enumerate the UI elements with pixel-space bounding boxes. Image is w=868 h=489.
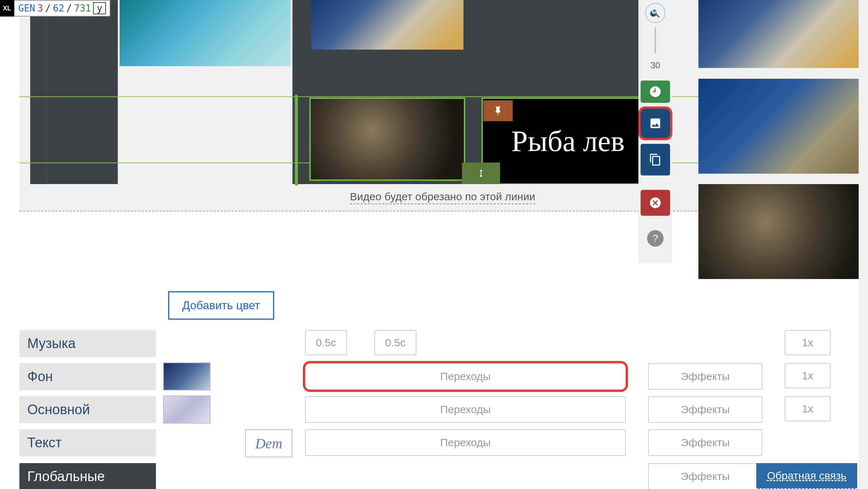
copy-button[interactable]: [641, 144, 670, 175]
thumb-dem-logo[interactable]: Dem: [245, 429, 292, 457]
add-color-button[interactable]: Добавить цвет: [168, 291, 274, 320]
image-icon: [649, 117, 662, 130]
track-edge-left: [30, 0, 47, 184]
effects-button-3[interactable]: Эффекты: [648, 429, 762, 456]
debug-count-c: 731: [74, 3, 91, 14]
delete-button[interactable]: [641, 190, 670, 216]
zoom-slider[interactable]: [655, 27, 656, 53]
speed-chip-3[interactable]: 1x: [785, 396, 831, 421]
track-slot-0[interactable]: [47, 0, 118, 184]
pin-icon: [493, 106, 503, 116]
gallery-thumb-3[interactable]: [698, 184, 866, 279]
debug-sep2: /: [66, 3, 72, 14]
speed-chip-2[interactable]: 1x: [785, 363, 831, 388]
debug-xl-chip: XL: [0, 0, 14, 17]
replace-image-button[interactable]: [641, 109, 670, 138]
thumb-butterfly-main[interactable]: [163, 396, 211, 424]
effects-button-2[interactable]: Эффекты: [648, 396, 762, 423]
time-chip-2[interactable]: 0.5с: [374, 330, 416, 355]
scrollbar[interactable]: [859, 0, 868, 489]
debug-badge: XL GEN 3 / 62 / 731 y: [0, 0, 110, 17]
tool-sidebar: 30 ?: [638, 0, 672, 263]
layer-row-music: Музыка: [19, 330, 857, 357]
debug-sep1: /: [45, 3, 51, 14]
debug-count-a: 3: [37, 3, 43, 14]
help-button[interactable]: ?: [647, 230, 664, 247]
layer-label-global[interactable]: Глобальные: [19, 463, 156, 489]
transitions-button-2[interactable]: Переходы: [305, 396, 626, 423]
layer-label-main[interactable]: Основной: [19, 396, 156, 423]
debug-gen-label: GEN: [18, 3, 35, 14]
duration-button[interactable]: [641, 81, 670, 103]
pin-badge[interactable]: [483, 100, 513, 121]
layer-label-text[interactable]: Текст: [19, 429, 156, 456]
clip-lionfish[interactable]: [311, 99, 464, 179]
feedback-label: Обратная связь: [767, 470, 846, 481]
effects-button-4[interactable]: Эффекты: [648, 463, 762, 489]
close-circle-icon: [649, 196, 662, 209]
zoom-value: 30: [651, 60, 660, 70]
layer-label-music[interactable]: Музыка: [19, 330, 156, 357]
debug-count-b: 62: [53, 3, 64, 14]
debug-flag-box[interactable]: y: [93, 2, 106, 14]
copy-icon: [649, 153, 662, 166]
feedback-button[interactable]: Обратная связь: [756, 463, 857, 489]
debug-counter: GEN 3 / 62 / 731 y: [14, 0, 110, 17]
trim-notice-text: Видео будет обрезано по этой линии: [350, 191, 535, 204]
playhead-marker[interactable]: [295, 95, 298, 186]
layer-label-background[interactable]: Фон: [19, 363, 156, 390]
clip-water[interactable]: [120, 0, 291, 66]
effects-button-1[interactable]: Эффекты: [648, 363, 762, 390]
resize-handle[interactable]: [462, 163, 500, 184]
time-chip-1[interactable]: 0.5с: [305, 330, 347, 355]
zoom-in-icon: [650, 7, 661, 19]
gallery-thumb-1[interactable]: [698, 0, 866, 68]
clip-fish-thumbnail[interactable]: [311, 0, 463, 50]
transitions-button-1[interactable]: Переходы: [305, 363, 626, 390]
question-icon: ?: [652, 233, 658, 244]
clip-title-text: Рыба лев: [511, 124, 624, 158]
resize-vertical-icon: [476, 166, 486, 180]
zoom-in-button[interactable]: [645, 3, 665, 23]
thumb-butterfly-background[interactable]: [163, 362, 211, 390]
transitions-button-3[interactable]: Переходы: [305, 429, 626, 456]
clock-icon: [649, 85, 662, 98]
speed-chip-1[interactable]: 1x: [785, 330, 831, 355]
canvas-area: Рыба лев Видео будет обрезано по этой ли…: [19, 0, 866, 211]
gallery-thumb-2[interactable]: [698, 79, 866, 174]
